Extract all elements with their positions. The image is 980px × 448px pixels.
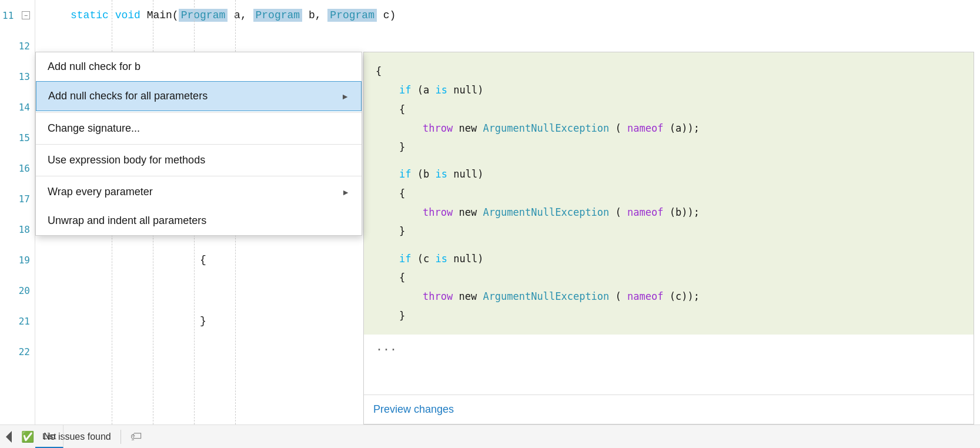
pv-null-b: null) bbox=[453, 168, 483, 180]
menu-item-change-signature[interactable]: Change signature... bbox=[36, 114, 362, 143]
pv-throw-kw-a: throw bbox=[423, 122, 453, 134]
menu-separator-2 bbox=[36, 144, 362, 145]
pv-nameof-val-c: (c)); bbox=[670, 290, 700, 302]
pv-is-b: is bbox=[435, 168, 447, 180]
status-dropdown-arrow[interactable] bbox=[6, 431, 12, 443]
pv-nameof-val-b: (b)); bbox=[670, 206, 700, 218]
pv-if-c-cond: (c bbox=[417, 253, 436, 265]
pv-throw-a: throw new ArgumentNullException ( nameof… bbox=[376, 119, 962, 138]
pv-null-a: null) bbox=[453, 84, 483, 96]
tag-icon[interactable]: 🏷 bbox=[131, 430, 142, 444]
pv-exc-type-b: ArgumentNullException bbox=[483, 206, 609, 218]
line-row-22: 22 bbox=[0, 336, 35, 367]
preview-panel: { if (a is null) { throw new ArgumentNul… bbox=[363, 52, 974, 424]
preview-if-a: if (a is null) bbox=[376, 81, 962, 99]
pv-brace-a-close: } bbox=[376, 138, 962, 156]
pv-exc-type-a: ArgumentNullException bbox=[483, 122, 609, 134]
context-menu: Add null check for b Add null checks for… bbox=[35, 52, 362, 236]
menu-item-add-null-check-b[interactable]: Add null check for b bbox=[36, 52, 362, 81]
line-row-13: 13 bbox=[0, 61, 35, 92]
line-row-16: 16 bbox=[0, 153, 35, 183]
status-bar: ✅ No issues found 🏷 List bbox=[0, 424, 980, 448]
preview-if-c: if (c is null) bbox=[376, 249, 962, 268]
pv-gap-bc bbox=[376, 241, 962, 249]
pv-throw-b: throw new ArgumentNullException ( nameof… bbox=[376, 203, 962, 222]
menu-item-use-expression-body[interactable]: Use expression body for methods bbox=[36, 146, 362, 175]
menu-separator-1 bbox=[36, 112, 362, 113]
kw-void: void bbox=[115, 9, 147, 21]
kw-static: static bbox=[71, 9, 115, 21]
preview-line-brace-open: { bbox=[376, 62, 962, 81]
method-name: Main( bbox=[147, 9, 179, 21]
pv-brace-c-close: } bbox=[376, 306, 962, 325]
line-row-19: 19 bbox=[0, 245, 35, 275]
collapse-button-11[interactable]: − bbox=[22, 11, 30, 19]
line-row-21: 21 bbox=[0, 306, 35, 336]
param-a-name: a, bbox=[228, 9, 253, 21]
pv-nameof-kw-b: nameof bbox=[627, 206, 663, 218]
param-a-type: Program bbox=[179, 9, 228, 22]
pv-if-a-kw: if bbox=[399, 84, 411, 96]
brace-open-19: { bbox=[47, 254, 206, 266]
pv-throw-new-b: new bbox=[459, 206, 483, 218]
pv-if-c-kw: if bbox=[399, 253, 411, 265]
menu-item-label-change-signature: Change signature... bbox=[48, 122, 140, 135]
pv-throw-new-c: new bbox=[459, 290, 483, 302]
pv-if-b-kw: if bbox=[399, 168, 411, 180]
line-row-15: 15 bbox=[0, 122, 35, 153]
line-row-18: 18 bbox=[0, 214, 35, 245]
pv-nameof-c: ( bbox=[616, 290, 621, 302]
pv-is-c: is bbox=[435, 253, 447, 265]
preview-ellipsis: ... bbox=[364, 335, 974, 358]
submenu-arrow-add-null-checks-all: ► bbox=[341, 92, 349, 101]
pv-nameof-a: ( bbox=[616, 122, 621, 134]
preview-changes-link[interactable]: Preview changes bbox=[373, 403, 454, 416]
param-c-name: c) bbox=[377, 9, 396, 21]
pv-throw-kw-b: throw bbox=[423, 206, 453, 218]
param-c-type: Program bbox=[327, 9, 377, 22]
pv-null-c: null) bbox=[453, 253, 483, 265]
menu-item-label-wrap-every-parameter: Wrap every parameter bbox=[48, 186, 153, 198]
menu-item-label-use-expression-body: Use expression body for methods bbox=[48, 154, 205, 166]
status-check-icon: ✅ bbox=[21, 430, 34, 443]
menu-item-label-unwrap-indent-all: Unwrap and indent all parameters bbox=[48, 215, 206, 227]
submenu-arrow-wrap-every-parameter: ► bbox=[342, 188, 350, 197]
param-b-name: b, bbox=[302, 9, 327, 21]
preview-code-area: { if (a is null) { throw new ArgumentNul… bbox=[364, 52, 974, 335]
menu-item-unwrap-indent-all[interactable]: Unwrap and indent all parameters bbox=[36, 206, 362, 235]
pv-throw-c: throw new ArgumentNullException ( nameof… bbox=[376, 287, 962, 306]
pv-nameof-kw-c: nameof bbox=[627, 290, 663, 302]
pv-if-b-cond: (b bbox=[417, 168, 436, 180]
menu-item-wrap-every-parameter[interactable]: Wrap every parameter ► bbox=[36, 178, 362, 206]
pv-brace-a-open: { bbox=[376, 100, 962, 119]
pv-nameof-kw-a: nameof bbox=[627, 122, 663, 134]
pv-nameof-val-a: (a)); bbox=[670, 122, 700, 134]
line-num-11: 11 bbox=[2, 10, 14, 21]
menu-separator-3 bbox=[36, 176, 362, 176]
line-row-14: 14 bbox=[0, 92, 35, 122]
code-line-11[interactable]: static void Main( Program a, Program b, … bbox=[35, 0, 980, 31]
preview-footer: Preview changes bbox=[364, 394, 974, 424]
pv-throw-new-a: new bbox=[459, 122, 483, 134]
pv-if-a-cond: (a bbox=[417, 84, 436, 96]
line-row-11: 11 − bbox=[0, 0, 35, 31]
line-row-12: 12 bbox=[0, 31, 35, 61]
line-numbers: 11 − 12 13 14 15 16 17 18 19 20 21 22 bbox=[0, 0, 35, 448]
menu-item-label-add-null-checks-all: Add null checks for all parameters bbox=[48, 90, 208, 102]
param-b-type: Program bbox=[253, 9, 303, 22]
pv-brace-c-open: { bbox=[376, 268, 962, 287]
line-row-20: 20 bbox=[0, 275, 35, 306]
editor-area: 11 − 12 13 14 15 16 17 18 19 20 21 22 st… bbox=[0, 0, 980, 448]
pv-is-a: is bbox=[435, 84, 447, 96]
pv-brace-b-open: { bbox=[376, 184, 962, 203]
pv-throw-kw-c: throw bbox=[423, 290, 453, 302]
bottom-tab-list-label[interactable]: List bbox=[42, 431, 56, 441]
menu-item-label-add-null-check-b: Add null check for b bbox=[48, 61, 141, 73]
line-row-17: 17 bbox=[0, 183, 35, 214]
preview-if-b: if (b is null) bbox=[376, 165, 962, 183]
pv-nameof-b: ( bbox=[616, 206, 621, 218]
pv-exc-type-c: ArgumentNullException bbox=[483, 290, 609, 302]
status-divider bbox=[121, 430, 121, 444]
pv-gap-ab bbox=[376, 156, 962, 165]
menu-item-add-null-checks-all[interactable]: Add null checks for all parameters ► bbox=[36, 81, 362, 111]
